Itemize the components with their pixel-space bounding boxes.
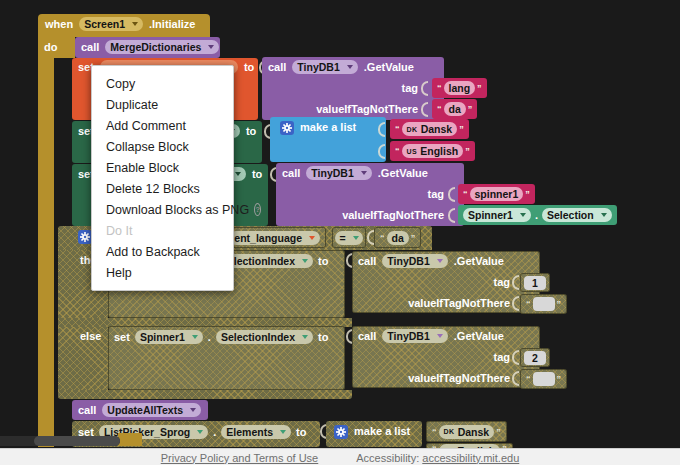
menu-item-download-png[interactable]: Download Blocks as PNG ? (92, 199, 233, 220)
text-block-da-disabled[interactable]: “ da ” (374, 227, 421, 248)
elements-dropdown[interactable]: Elements (221, 425, 291, 439)
mergedictionaries-label: MergeDictionaries (110, 41, 201, 53)
accessibility-link[interactable]: accessibility.mit.edu (422, 452, 519, 464)
empty-text-field[interactable] (533, 372, 555, 386)
call-keyword: call (268, 61, 286, 73)
chevron-down-icon (309, 236, 315, 240)
close-quote: ” (496, 427, 501, 437)
when-block-spine[interactable] (38, 36, 54, 447)
menu-item-collapse-block[interactable]: Collapse Block (92, 136, 233, 157)
equals-dropdown[interactable]: = (335, 231, 362, 245)
getvalue-method-label: .GetValue (364, 61, 414, 73)
menu-item-add-to-backpack[interactable]: Add to Backpack (92, 241, 233, 262)
chevron-down-icon (132, 22, 138, 26)
spinner-dropdown[interactable]: Spinner1 (135, 330, 203, 344)
menu-item-label: Add Comment (106, 119, 186, 133)
screen-dropdown-label: Screen1 (84, 18, 125, 30)
text-block-lang[interactable]: “ lang ” (432, 78, 487, 98)
to-keyword: to (318, 255, 328, 267)
number-block-2[interactable]: 2 (520, 348, 550, 367)
selectionindex-dropdown[interactable]: SelectionIndex (216, 330, 313, 344)
open-quote: “ (526, 299, 531, 309)
selectionindex-label: SelectionIndex (221, 331, 295, 343)
dot-separator: . (213, 426, 216, 438)
if-block-bottom[interactable] (58, 390, 352, 399)
valueiftagnotthere-param-label: valueIfTagNotThere (316, 103, 418, 115)
menu-item-delete-blocks[interactable]: Delete 12 Blocks (92, 178, 233, 199)
menu-item-copy[interactable]: Copy (92, 73, 233, 94)
close-quote: ” (557, 374, 562, 384)
menu-item-enable-block[interactable]: Enable Block (92, 157, 233, 178)
tinydb-label: TinyDB1 (387, 255, 429, 267)
text-block-english[interactable]: “ US English ” (390, 141, 475, 161)
make-a-list-label: make a list (354, 425, 410, 437)
tag-param-label: tag (428, 188, 445, 200)
spinner1-text-field[interactable]: spinner1 (470, 187, 524, 201)
open-quote: “ (437, 104, 442, 114)
open-quote: “ (395, 146, 400, 156)
value-socket (421, 81, 428, 96)
da-text-field[interactable]: da (444, 102, 466, 116)
spinner-dropdown[interactable]: Spinner1 (463, 208, 531, 222)
tinydb-label: TinyDB1 (387, 330, 429, 342)
lang-text-field[interactable]: lang (444, 81, 476, 95)
mergedictionaries-dropdown[interactable]: MergeDictionaries (105, 40, 219, 54)
elements-label: Elements (226, 426, 273, 438)
close-quote: ” (557, 299, 562, 309)
number-field[interactable]: 1 (524, 276, 546, 290)
equals-block[interactable]: = (332, 227, 366, 248)
menu-item-do-it: Do It (92, 220, 233, 241)
text-block-da[interactable]: “ da ” (432, 99, 477, 119)
da-text: da (449, 103, 461, 115)
menu-item-label: Download Blocks as PNG (106, 203, 249, 217)
blocks-workspace[interactable]: when Screen1 .Initialize do call MergeDi… (0, 0, 680, 465)
accessibility-label: Accessibility: (356, 452, 419, 464)
text-block-dansk[interactable]: “ DK Dansk ” (390, 119, 469, 139)
if-mutator-gear-icon[interactable] (78, 230, 92, 244)
to-keyword: to (318, 331, 328, 343)
dot-separator: . (535, 209, 538, 221)
else-keyword: else (80, 330, 101, 342)
menu-item-help[interactable]: Help (92, 262, 233, 283)
text-block-spinner1[interactable]: “ spinner1 ” (458, 184, 535, 204)
spinner-selection-getter-block[interactable]: Spinner1 . Selection (458, 205, 617, 225)
tinydb-dropdown[interactable]: TinyDB1 (382, 254, 447, 268)
chevron-down-icon (353, 236, 359, 240)
dansk-text-field[interactable]: DK Dansk (439, 425, 495, 439)
tinydb-dropdown[interactable]: TinyDB1 (382, 329, 447, 343)
dansk-text-field[interactable]: DK Dansk (402, 122, 458, 136)
valueiftagnotthere-param-label: valueIfTagNotThere (342, 209, 444, 221)
empty-text-block[interactable]: “ ” (520, 369, 567, 389)
empty-text-field[interactable] (533, 297, 555, 311)
open-quote: “ (395, 124, 400, 134)
menu-item-duplicate[interactable]: Duplicate (92, 94, 233, 115)
tinydb-dropdown[interactable]: TinyDB1 (292, 60, 357, 74)
tinydb-dropdown[interactable]: TinyDB1 (306, 166, 371, 180)
selection-dropdown[interactable]: Selection (542, 208, 612, 222)
accessibility-text: Accessibility: accessibility.mit.edu (356, 452, 519, 464)
da-text-field[interactable]: da (387, 231, 409, 245)
text-block-dansk-disabled[interactable]: “ DK Dansk ” (426, 421, 507, 442)
equals-label: = (339, 232, 345, 244)
number-field[interactable]: 2 (524, 351, 546, 365)
english-text: English (420, 145, 458, 157)
chevron-down-icon (192, 335, 198, 339)
mutator-gear-icon[interactable] (334, 425, 348, 439)
spinner-label: Spinner1 (140, 331, 185, 343)
do-keyword: do (44, 41, 57, 53)
spinner-label: Spinner1 (468, 209, 513, 221)
empty-text-block[interactable]: “ ” (520, 294, 567, 314)
privacy-policy-link[interactable]: Privacy Policy and Terms of Use (161, 452, 319, 464)
menu-item-add-comment[interactable]: Add Comment (92, 115, 233, 136)
updatealltexts-dropdown[interactable]: UpdateAllTexts (102, 403, 201, 417)
english-text-field[interactable]: US English (402, 144, 464, 158)
help-question-icon[interactable]: ? (254, 203, 261, 216)
horizontal-scrollbar-thumb[interactable] (34, 436, 120, 446)
number-block-1[interactable]: 1 (520, 273, 550, 292)
dk-flag-glyph: DK (407, 126, 418, 133)
mutator-gear-icon[interactable] (280, 121, 294, 135)
menu-item-label: Duplicate (106, 98, 158, 112)
variable-dropdown[interactable]: ent_language (229, 231, 320, 245)
screen-dropdown[interactable]: Screen1 (79, 17, 143, 31)
to-keyword: to (246, 125, 256, 137)
